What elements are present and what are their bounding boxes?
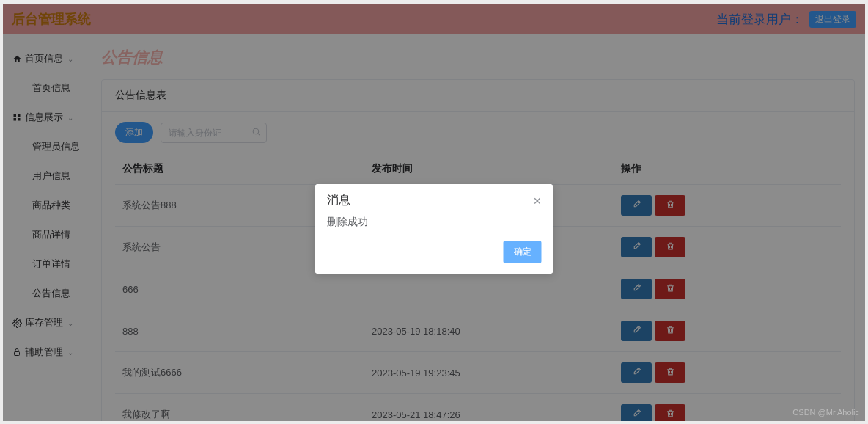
dialog-body: 删除成功 xyxy=(315,211,553,233)
dialog-ok-button[interactable]: 确定 xyxy=(504,241,542,263)
close-icon[interactable]: ✕ xyxy=(533,195,542,207)
message-dialog: 消息 ✕ 删除成功 确定 xyxy=(315,184,553,274)
watermark: CSDN @Mr.Aholic xyxy=(792,408,859,417)
dialog-title: 消息 xyxy=(327,193,350,208)
